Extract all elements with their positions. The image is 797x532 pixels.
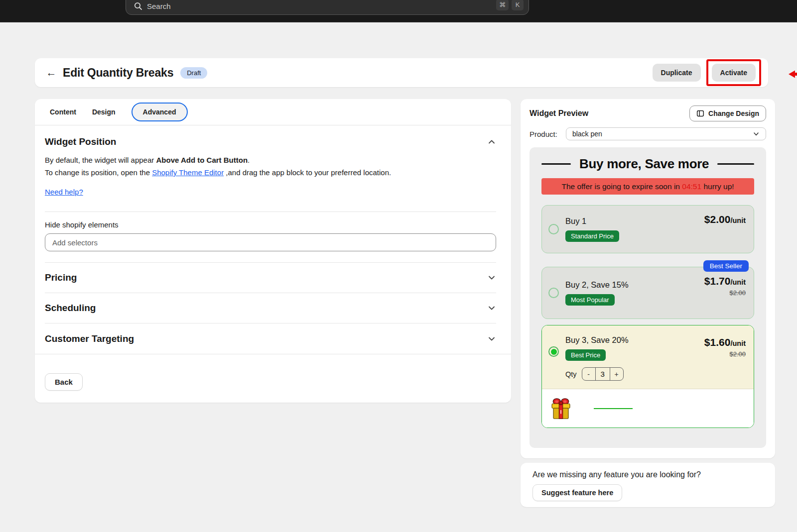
status-badge: Draft	[180, 67, 207, 79]
widget-preview-canvas: Buy more, Save more The offer is going t…	[530, 147, 766, 448]
change-design-label: Change Design	[708, 109, 759, 117]
k-key-badge: K	[512, 0, 524, 10]
product-label: Product:	[530, 130, 557, 138]
price-value: $1.70	[704, 275, 731, 287]
title-rule-right	[717, 163, 754, 165]
activate-button[interactable]: Activate	[712, 64, 756, 82]
price-unit: /unit	[730, 216, 746, 224]
chevron-down-icon	[487, 334, 496, 343]
back-button[interactable]: Back	[45, 373, 83, 391]
offer-card-buy-2[interactable]: Best Seller Buy 2, Save 15% Most Popular…	[541, 267, 754, 319]
title-rule-left	[541, 163, 571, 165]
price-unit: /unit	[730, 278, 746, 286]
editor-panel: Content Design Advanced Widget Position …	[35, 99, 511, 403]
gift-icon	[549, 396, 573, 421]
old-price: $2.00	[704, 350, 746, 358]
widget-position-description: By default, the widget will appear Above…	[45, 154, 496, 179]
qty-increment-button[interactable]: +	[610, 368, 623, 380]
cmd-key-badge: ⌘	[496, 0, 509, 10]
offer-price: $1.70/unit	[704, 275, 746, 287]
price-unit: /unit	[730, 339, 746, 347]
section-pricing[interactable]: Pricing	[45, 263, 496, 293]
preview-header: Widget Preview Change Design	[530, 106, 766, 121]
feedback-card: Are we missing any feature you are looki…	[521, 463, 775, 507]
back-arrow-icon[interactable]: ←	[45, 67, 58, 79]
expiry-timer: 04:51	[682, 182, 701, 191]
customer-targeting-title: Customer Targeting	[45, 333, 134, 344]
need-help-link[interactable]: Need help?	[45, 188, 83, 196]
offer-badge: Best Price	[565, 349, 606, 361]
radio-dot	[551, 349, 557, 355]
change-design-button[interactable]: Change Design	[689, 106, 766, 121]
offer-card-buy-1[interactable]: Buy 1 Standard Price $2.00/unit	[541, 205, 754, 253]
widget-position-header[interactable]: Widget Position	[45, 136, 496, 147]
offer-main: Buy 3, Save 20% Best Price Qty - 3 +	[565, 335, 704, 381]
offer-main-section: Buy 3, Save 20% Best Price Qty - 3 + $1.…	[542, 325, 754, 389]
product-selector-row: Product: black pen	[530, 127, 766, 140]
editor-body: Widget Position By default, the widget w…	[35, 136, 511, 391]
tab-content[interactable]: Content	[50, 108, 76, 116]
offer-price-col: $2.00/unit	[704, 213, 746, 225]
description-line2-prefix: To change its position, open the	[45, 168, 152, 177]
duplicate-button[interactable]: Duplicate	[653, 64, 701, 82]
chevron-down-icon	[753, 130, 760, 137]
section-customer-targeting[interactable]: Customer Targeting	[45, 323, 496, 354]
offer-price: $2.00/unit	[704, 213, 746, 225]
preview-title: Widget Preview	[530, 109, 588, 118]
tab-design[interactable]: Design	[92, 108, 116, 116]
offer-price-col: $1.60/unit $2.00	[704, 336, 746, 358]
global-search[interactable]: ⌘ K	[126, 0, 529, 15]
section-scheduling[interactable]: Scheduling	[45, 293, 496, 323]
divider	[45, 212, 496, 212]
editor-tabs: Content Design Advanced	[35, 99, 511, 125]
offer-card-buy-3[interactable]: Buy 3, Save 20% Best Price Qty - 3 + $1.…	[541, 325, 754, 428]
product-select[interactable]: black pen	[566, 127, 766, 140]
pricing-title: Pricing	[45, 272, 77, 283]
tab-advanced[interactable]: Advanced	[132, 103, 188, 121]
offer-main: Buy 2, Save 15% Most Popular	[565, 280, 704, 306]
chevron-down-icon	[487, 304, 496, 313]
search-input[interactable]	[147, 2, 496, 10]
expiry-text-prefix: The offer is going to expire soon in	[561, 182, 682, 191]
old-price: $2.00	[704, 289, 746, 297]
chevron-up-icon[interactable]	[487, 137, 496, 146]
hide-elements-input[interactable]	[45, 233, 496, 251]
suggest-feature-button[interactable]: Suggest feature here	[532, 484, 622, 501]
description-line1-bold: Above Add to Cart Button	[156, 156, 248, 164]
widget-title-row: Buy more, Save more	[541, 156, 754, 172]
offer-radio-selected[interactable]	[548, 346, 559, 357]
offer-radio[interactable]	[548, 288, 559, 298]
hide-elements-label: Hide shopify elements	[45, 220, 496, 229]
best-seller-badge: Best Seller	[703, 260, 749, 272]
product-select-value: black pen	[572, 130, 753, 138]
chevron-down-icon	[487, 273, 496, 282]
quantity-stepper: - 3 +	[582, 367, 624, 381]
price-value: $2.00	[704, 213, 731, 225]
description-line1-prefix: By default, the widget will appear	[45, 156, 156, 164]
search-icon	[134, 2, 142, 10]
qty-decrement-button[interactable]: -	[582, 368, 595, 380]
search-shortcut: ⌘ K	[496, 0, 524, 10]
offer-label: Buy 2, Save 15%	[565, 280, 704, 290]
offer-main: Buy 1 Standard Price	[565, 216, 704, 242]
qty-label: Qty	[565, 370, 577, 378]
feedback-question: Are we missing any feature you are looki…	[532, 470, 763, 479]
expiry-text-suffix: hurry up!	[701, 182, 734, 191]
offer-badge: Standard Price	[565, 230, 619, 242]
offer-radio[interactable]	[548, 224, 559, 234]
shopify-theme-editor-link[interactable]: Shopify Theme Editor	[152, 168, 224, 177]
quantity-row: Qty - 3 +	[565, 367, 704, 381]
widget-position-title: Widget Position	[45, 136, 116, 147]
annotation-highlight-box: Activate	[706, 59, 761, 86]
widget-title: Buy more, Save more	[579, 156, 709, 172]
qty-value: 3	[595, 368, 610, 380]
offer-price-col: $1.70/unit $2.00	[704, 275, 746, 297]
offer-price: $1.60/unit	[704, 336, 746, 348]
gift-underline	[594, 408, 633, 409]
description-line2-suffix: ,and drag the app block to your preferre…	[224, 168, 391, 177]
offer-label: Buy 3, Save 20%	[565, 335, 704, 345]
offer-badge: Most Popular	[565, 294, 615, 306]
widget-preview-panel: Widget Preview Change Design Product: bl…	[521, 99, 775, 458]
description-line1-suffix: .	[248, 156, 250, 164]
page-title: Edit Quantity Breaks	[63, 66, 173, 80]
